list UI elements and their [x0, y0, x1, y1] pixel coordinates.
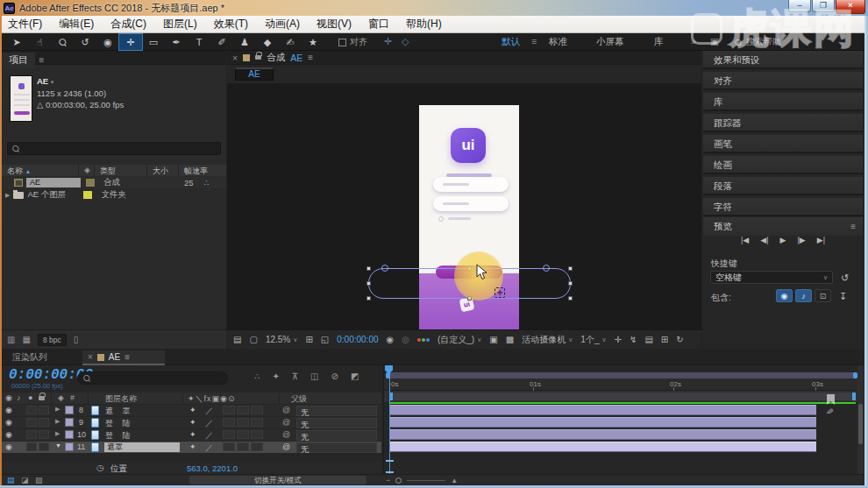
last-frame-button[interactable]: ▶| — [817, 236, 825, 244]
workspace-libraries[interactable]: 库 — [654, 36, 664, 48]
reset-icon[interactable]: ↺ — [841, 272, 849, 284]
menu-view[interactable]: 视图(V) — [317, 17, 352, 32]
label-chip[interactable] — [65, 406, 74, 414]
grid-guides-icon[interactable]: ⊞ — [305, 335, 312, 344]
label-chip[interactable] — [83, 191, 92, 199]
zoom-slider-knob[interactable] — [395, 477, 402, 484]
layer-row-8[interactable]: ◉ ▶ 8 遮 罩 ✦ ／ @ 无∨ — [2, 405, 381, 416]
panel-brushes[interactable]: 画笔 — [703, 135, 863, 153]
primary-viewer-icon[interactable]: ▢ — [249, 335, 257, 344]
timeline-scrollbar[interactable] — [857, 365, 864, 474]
transparency-grid-icon[interactable]: ▩ — [506, 335, 514, 344]
expand-icon[interactable]: ▶ — [55, 418, 60, 425]
channel-icon[interactable] — [417, 338, 430, 342]
timeline-track-area[interactable]: 0s 01s 02s 03s ✎ — [383, 365, 857, 474]
property-value[interactable]: 563.0, 2201.0 — [187, 463, 238, 473]
prev-frame-button[interactable]: ◀| — [760, 236, 768, 244]
layer-name[interactable]: 登 陆 — [105, 418, 134, 429]
work-area-bar[interactable] — [389, 393, 856, 400]
expand-layer-switches-icon[interactable]: ▤ — [7, 476, 15, 484]
bezier-handle-left[interactable] — [381, 265, 388, 272]
show-snapshot-icon[interactable]: ◎ — [402, 335, 409, 344]
puppet-pin-tool[interactable]: ★ — [302, 34, 324, 50]
eye-icon[interactable]: ◉ — [5, 418, 12, 427]
snapshot-icon[interactable]: ◉ — [387, 335, 395, 344]
zoom-in-icon[interactable]: ▲ — [451, 477, 458, 484]
handle-br[interactable] — [568, 296, 573, 301]
eye-icon[interactable]: ◉ — [5, 430, 12, 439]
layer-row-10[interactable]: ◉ ▶ 10 登 陆 ✦ ／ @ 无∨ — [2, 429, 381, 441]
zoom-out-icon[interactable]: − — [386, 476, 390, 484]
fast-previews-icon[interactable]: ↯ — [630, 335, 637, 344]
parent-dropdown[interactable]: 无∨ — [296, 418, 377, 428]
parent-dropdown[interactable]: 无∨ — [296, 442, 377, 453]
stopwatch-icon[interactable]: ◷ — [96, 463, 103, 472]
handle-tr[interactable] — [568, 266, 573, 271]
selection-tool[interactable]: ➤ — [5, 34, 28, 50]
handle-bl[interactable] — [366, 296, 371, 301]
workspace-overflow-icon[interactable]: » — [691, 36, 696, 46]
eye-icon[interactable]: ◉ — [5, 406, 12, 414]
close-button[interactable]: × — [836, 0, 865, 14]
expand-inout-icon[interactable]: ▧ — [35, 476, 43, 484]
cache-before-playback-icon[interactable]: ↧ — [839, 291, 847, 302]
panel-paint[interactable]: 绘画 — [703, 156, 863, 174]
menu-effect[interactable]: 效果(T) — [214, 17, 248, 32]
pickwhip-icon[interactable]: @ — [282, 406, 290, 414]
next-frame-button[interactable]: |▶ — [797, 236, 805, 244]
project-row-folder[interactable]: ▶ AE 个图层 文件夹 — [2, 189, 226, 201]
panel-paragraph[interactable]: 段落 — [703, 177, 863, 195]
expand-icon[interactable]: ▶ — [5, 192, 10, 199]
rectangle-tool[interactable]: ▭ — [142, 34, 165, 50]
sampling-switch-icon[interactable]: ／ — [205, 406, 213, 417]
project-panel-menu-icon[interactable]: ≡ — [39, 55, 44, 65]
quality-switch-icon[interactable]: ✦ — [189, 430, 196, 439]
menu-layer[interactable]: 图层(L) — [163, 17, 197, 32]
snap-icon[interactable]: ✛ — [384, 36, 392, 47]
close-tab-icon[interactable]: × — [88, 352, 93, 362]
comp-flowchart-icon[interactable]: ⊞ — [661, 335, 668, 344]
project-bit-depth[interactable]: 8 bpc — [38, 334, 67, 346]
lock-icon[interactable] — [255, 55, 261, 60]
comp-panel-comp-name[interactable]: AE — [290, 53, 302, 63]
expand-icon[interactable]: ▶ — [55, 406, 60, 413]
workspace-standard[interactable]: 标准 — [549, 36, 567, 48]
menu-window[interactable]: 窗口 — [368, 17, 389, 32]
clone-stamp-tool[interactable]: ♟ — [233, 34, 256, 50]
column-name[interactable]: 名称 ▲ — [2, 165, 79, 176]
workspace-menu-icon[interactable]: ≡ — [531, 36, 537, 46]
reset-exposure-icon[interactable]: ↻ — [676, 335, 683, 344]
camera-dropdown[interactable]: 活动摄像机∨ — [522, 334, 573, 346]
quality-switch-icon[interactable]: ✦ — [189, 442, 196, 451]
handle-ml[interactable] — [366, 281, 371, 286]
interpret-footage-icon[interactable]: ▥ — [7, 335, 15, 344]
brush-tool[interactable]: ✐ — [210, 34, 233, 50]
label-chip[interactable] — [65, 442, 74, 451]
create-folder-icon[interactable]: ▦ — [22, 335, 30, 344]
menu-animation[interactable]: 动画(A) — [265, 17, 300, 32]
timeline-icon[interactable]: ▤ — [644, 335, 652, 344]
close-tab-icon[interactable]: × — [232, 53, 238, 63]
expand-icon[interactable]: ▶ — [55, 430, 60, 437]
pickwhip-icon[interactable]: @ — [282, 442, 290, 451]
motion-blur-icon[interactable]: ⊘ — [331, 371, 338, 381]
comp-mini-flowchart-icon[interactable]: ∴ — [254, 371, 260, 381]
roi-icon[interactable]: ▣ — [489, 335, 497, 344]
menu-edit[interactable]: 编辑(E) — [59, 17, 94, 32]
graph-editor-icon[interactable]: ◩ — [351, 371, 359, 381]
menu-file[interactable]: 文件(F) — [8, 17, 42, 32]
panel-effects-presets[interactable]: 效果和预设 — [703, 51, 863, 69]
viewer-timecode[interactable]: 0:00:00:00 — [337, 335, 378, 344]
project-row-comp[interactable]: AE 合成 25 ∴ — [2, 177, 226, 188]
item-name[interactable]: AE 个图层 — [27, 189, 78, 201]
layer-bar-8[interactable] — [389, 405, 816, 415]
workspace-default[interactable]: 默认 — [502, 36, 520, 48]
help-search[interactable]: Ϙ 搜索帮助 — [735, 36, 781, 48]
magnification-dropdown[interactable]: 12.5%∨ — [266, 335, 297, 344]
hand-tool[interactable]: ☝ — [28, 34, 51, 50]
layer-bar-11-selected[interactable] — [389, 442, 816, 452]
align-checkbox[interactable] — [338, 39, 346, 46]
zoom-slider-track[interactable] — [407, 480, 445, 481]
delete-icon[interactable]: ▯ — [74, 335, 79, 344]
panel-preview[interactable]: 预览 ≡ — [703, 217, 863, 236]
